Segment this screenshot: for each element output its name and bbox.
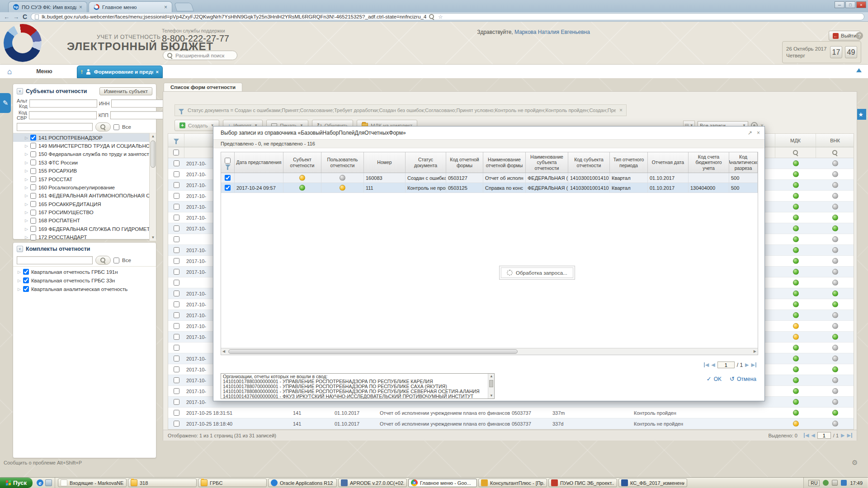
minimize-icon[interactable]: ─ xyxy=(835,1,844,8)
subjects-tree-item[interactable]: ▷ 153 ФТС России xyxy=(13,159,156,167)
subjects-all-checkbox[interactable] xyxy=(113,124,119,130)
row-checkbox[interactable] xyxy=(174,345,179,351)
subjects-tree-item[interactable]: ▷ 160 Росалкогольрегулирование xyxy=(13,183,156,192)
start-button[interactable]: Пуск xyxy=(0,478,33,488)
subjects-tree-item[interactable]: ▷ 172 РОССТАНДАРТ xyxy=(13,233,156,241)
tab-menu[interactable]: Меню xyxy=(22,66,67,75)
dialog-table-row[interactable]: 2017-10-24 09:57 111 Контроль не прой 05… xyxy=(221,183,758,193)
row-checkbox[interactable] xyxy=(174,160,179,166)
tree-scrollbar[interactable]: ▲ ▼ xyxy=(149,133,156,241)
next-page-icon[interactable]: ▶ xyxy=(841,433,844,438)
row-checkbox[interactable] xyxy=(174,269,179,275)
subjects-tree-item[interactable]: ▷ 167 РОСИМУЩЕСТВО xyxy=(13,208,156,216)
browser-quicklaunch-icon[interactable]: e xyxy=(37,479,43,486)
subjects-tree-item[interactable]: ▷ 168 РОСПАТЕНТ xyxy=(13,216,156,225)
row-checkbox[interactable] xyxy=(174,247,179,253)
first-page-icon[interactable]: ◀ xyxy=(704,362,709,367)
expand-icon[interactable]: ▷ xyxy=(25,136,28,140)
dialog-header-cell[interactable]: Код счета бюджетного учета xyxy=(689,152,729,173)
expand-icon[interactable]: ▷ xyxy=(25,152,28,156)
subjects-tree-item[interactable]: ▷ 150 Федеральная служба по труду и заня… xyxy=(13,150,156,158)
tree-item-checkbox[interactable] xyxy=(30,201,36,207)
report-problem-link[interactable]: Сообщить о проблеме Alt+Shift+P xyxy=(4,460,82,465)
tray-volume-icon[interactable] xyxy=(832,480,838,486)
dialog-header-cell[interactable]: Код отчетной формы xyxy=(446,152,483,173)
task-button[interactable]: Входящие - MarkovaNE... xyxy=(58,479,127,487)
scroll-up-icon[interactable]: ▲ xyxy=(150,133,156,140)
header-cell-mdk[interactable]: МДК xyxy=(775,134,816,147)
table-row[interactable]: 2017-10-25 18:31:51 141 01.10.2017 Отчет… xyxy=(168,408,854,418)
alt-code-input[interactable] xyxy=(29,99,97,108)
row-checkbox[interactable] xyxy=(174,204,179,210)
org-list-box[interactable]: Организации, отчеты которых не вошли в с… xyxy=(221,373,495,399)
task-button[interactable]: КонсультантПлюс - [Пр... xyxy=(478,479,547,487)
row-checkbox[interactable] xyxy=(174,388,179,394)
tree-item-checkbox[interactable] xyxy=(30,135,36,141)
tray-status-icon[interactable] xyxy=(823,480,829,486)
row-checkbox[interactable] xyxy=(174,182,179,188)
row-checkbox[interactable] xyxy=(174,312,179,318)
task-button[interactable]: 318 xyxy=(128,479,197,487)
subjects-tree-item[interactable]: ▷ 155 РОСАРХИВ xyxy=(13,167,156,175)
scroll-left-icon[interactable]: ◀ xyxy=(222,349,225,353)
row-checkbox[interactable] xyxy=(174,399,179,405)
expand-icon[interactable]: ▷ xyxy=(25,202,28,206)
scrollbar-thumb[interactable] xyxy=(228,349,518,354)
header-cell-vnk[interactable]: ВНК xyxy=(816,134,854,147)
sets-search-input[interactable] xyxy=(17,256,93,264)
row-checkbox[interactable] xyxy=(174,215,179,221)
subjects-search-button[interactable] xyxy=(95,122,111,131)
tab-close-icon[interactable] xyxy=(79,4,82,10)
dialog-close-icon[interactable]: × xyxy=(757,130,760,136)
set-item[interactable]: ▷ Квартальная отчетность ГРБС 33н xyxy=(13,276,156,285)
scroll-down-icon[interactable]: ▼ xyxy=(488,393,495,399)
expand-icon[interactable]: ▷ xyxy=(18,278,21,283)
row-checkbox[interactable] xyxy=(174,366,179,372)
change-subject-button[interactable]: Изменить субъект xyxy=(99,87,152,95)
subjects-tree-item[interactable]: ▷ 165 РОСАККРЕДИТАЦИЯ xyxy=(13,200,156,208)
dialog-header-cell[interactable]: Тип отчетного периода xyxy=(610,152,648,173)
dialog-header-cell[interactable]: Дата представления xyxy=(235,152,283,173)
task-button[interactable]: Oracle Applications R12 -... xyxy=(268,479,337,487)
subjects-tree-item[interactable]: ▷ 169 ФЕДЕРАЛЬНАЯ СЛУЖБА ПО ГИДРОМЕТ xyxy=(13,225,156,233)
row-checkbox[interactable] xyxy=(174,280,179,286)
row-checkbox[interactable] xyxy=(174,377,179,383)
cancel-button[interactable]: ↺ Отмена xyxy=(730,375,756,382)
subjects-tree-item[interactable]: ▷ 161 ФЕДЕРАЛЬНАЯ АНТИМОНОПОЛЬНАЯ С xyxy=(13,192,156,200)
expand-icon[interactable]: ▷ xyxy=(25,210,28,215)
row-checkbox[interactable] xyxy=(174,301,179,307)
tree-item-checkbox[interactable] xyxy=(30,210,36,216)
filter-funnel-icon[interactable] xyxy=(225,164,231,168)
task-button[interactable]: Главное меню - Goo... xyxy=(408,479,477,487)
set-item[interactable]: ▷ Квартальная аналитическая отчетность xyxy=(13,285,156,293)
scrollbar-thumb[interactable] xyxy=(489,380,493,387)
expand-icon[interactable]: ↗ xyxy=(748,130,752,136)
close-icon[interactable]: × xyxy=(856,1,866,8)
expand-icon[interactable]: ▷ xyxy=(25,177,28,182)
tab-active-form[interactable]: ! Формирование и представле... × xyxy=(77,66,163,78)
new-tab-button[interactable] xyxy=(174,3,194,11)
row-checkbox[interactable] xyxy=(225,175,231,181)
dialog-header-cell[interactable]: Номер xyxy=(364,152,406,173)
subjects-tree-item[interactable]: ▷ 149 МИНИСТЕРСТВО ТРУДА И СОЦИАЛЬНО xyxy=(13,142,156,150)
row-checkbox[interactable] xyxy=(174,421,179,427)
back-icon[interactable]: ← xyxy=(4,14,9,20)
tree-item-checkbox[interactable] xyxy=(30,235,36,240)
help-icon[interactable]: ? xyxy=(856,32,863,39)
dialog-header-cell[interactable]: Наименование субъекта отчетности xyxy=(526,152,568,173)
tree-item-checkbox[interactable] xyxy=(30,160,36,165)
prev-page-icon[interactable]: ◀ xyxy=(711,362,715,367)
row-checkbox[interactable] xyxy=(225,185,231,191)
set-item-checkbox[interactable] xyxy=(23,286,29,292)
row-checkbox[interactable] xyxy=(174,258,179,264)
table-row[interactable]: 2017-10-25 18:18:40 141 01.10.2017 Отчет… xyxy=(168,418,854,429)
svr-input[interactable] xyxy=(29,111,97,119)
ok-button[interactable]: ✓ OK xyxy=(707,375,722,382)
expand-icon[interactable]: ▷ xyxy=(18,287,21,291)
row-checkbox[interactable] xyxy=(174,356,179,361)
filter-clear-icon[interactable]: × xyxy=(619,107,623,113)
dialog-header-cell[interactable]: Отчетная дата xyxy=(648,152,689,173)
row-checkbox[interactable] xyxy=(174,225,179,231)
tree-item-checkbox[interactable] xyxy=(30,176,36,182)
tree-item-checkbox[interactable] xyxy=(30,168,36,174)
